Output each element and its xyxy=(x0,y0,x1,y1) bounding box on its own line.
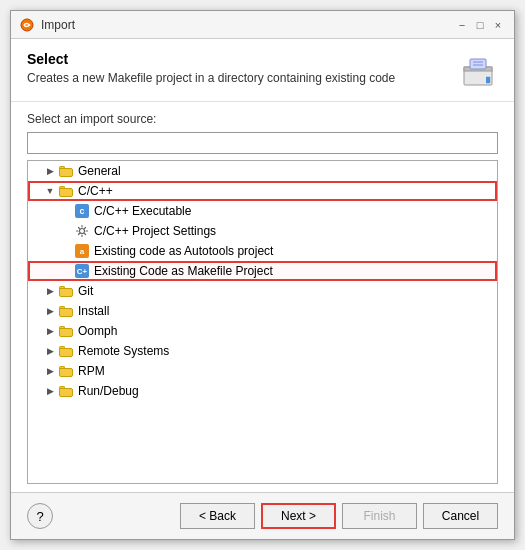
tree-item-run-debug[interactable]: ▶ Run/Debug xyxy=(28,381,497,401)
tree-label-cpp-makefile: Existing Code as Makefile Project xyxy=(94,264,273,278)
tree-label-git: Git xyxy=(78,284,93,298)
tree-label-cpp-autotools: Existing code as Autotools project xyxy=(94,244,273,258)
folder-icon-git xyxy=(58,283,74,299)
header-description: Creates a new Makefile project in a dire… xyxy=(27,71,395,85)
folder-icon-cpp xyxy=(58,183,74,199)
folder-icon-oomph xyxy=(58,323,74,339)
expand-arrow-git: ▶ xyxy=(44,285,56,297)
cancel-button[interactable]: Cancel xyxy=(423,503,498,529)
help-button[interactable]: ? xyxy=(27,503,53,529)
tree-item-rpm[interactable]: ▶ RPM xyxy=(28,361,497,381)
source-label: Select an import source: xyxy=(27,112,498,126)
tree-item-git[interactable]: ▶ Git xyxy=(28,281,497,301)
window-controls: − □ × xyxy=(454,17,506,33)
window-icon xyxy=(19,17,35,33)
next-button[interactable]: Next > xyxy=(261,503,336,529)
content-section: Select an import source: ▶ General ▼ C/C… xyxy=(11,102,514,492)
tree-label-run-debug: Run/Debug xyxy=(78,384,139,398)
import-window: Import − □ × Select Creates a new Makefi… xyxy=(10,10,515,540)
tree-label-oomph: Oomph xyxy=(78,324,117,338)
tree-item-cpp-project-settings[interactable]: ▶ C/C++ Project Settings xyxy=(28,221,497,241)
folder-icon-install xyxy=(58,303,74,319)
header-title: Select xyxy=(27,51,395,67)
expand-arrow-oomph: ▶ xyxy=(44,325,56,337)
expand-arrow-rpm: ▶ xyxy=(44,365,56,377)
footer-section: ? < Back Next > Finish Cancel xyxy=(11,492,514,539)
tree-label-cpp: C/C++ xyxy=(78,184,113,198)
tree-container[interactable]: ▶ General ▼ C/C++ ▶ c C/C++ Ex xyxy=(27,160,498,484)
back-button[interactable]: < Back xyxy=(180,503,255,529)
tree-label-remote-systems: Remote Systems xyxy=(78,344,169,358)
gear-icon-settings xyxy=(74,223,90,239)
folder-icon-rpm xyxy=(58,363,74,379)
close-button[interactable]: × xyxy=(490,17,506,33)
header-icon xyxy=(458,51,498,91)
expand-arrow-cpp: ▼ xyxy=(44,185,56,197)
expand-arrow-run-debug: ▶ xyxy=(44,385,56,397)
tree-item-general[interactable]: ▶ General xyxy=(28,161,497,181)
minimize-button[interactable]: − xyxy=(454,17,470,33)
svg-rect-3 xyxy=(470,59,486,69)
expand-arrow-install: ▶ xyxy=(44,305,56,317)
finish-button[interactable]: Finish xyxy=(342,503,417,529)
tree-label-rpm: RPM xyxy=(78,364,105,378)
search-input[interactable] xyxy=(27,132,498,154)
folder-icon-run-debug xyxy=(58,383,74,399)
tree-item-cpp-makefile[interactable]: ▶ C+ Existing Code as Makefile Project xyxy=(28,261,497,281)
tree-item-remote-systems[interactable]: ▶ Remote Systems xyxy=(28,341,497,361)
tree-item-cpp-executable[interactable]: ▶ c C/C++ Executable xyxy=(28,201,497,221)
svg-point-6 xyxy=(80,229,85,234)
header-section: Select Creates a new Makefile project in… xyxy=(11,39,514,102)
footer-right-buttons: < Back Next > Finish Cancel xyxy=(180,503,498,529)
tree-label-install: Install xyxy=(78,304,109,318)
footer-buttons: ? < Back Next > Finish Cancel xyxy=(27,503,498,529)
c-icon-executable: c xyxy=(74,203,90,219)
tree-item-cpp[interactable]: ▼ C/C++ xyxy=(28,181,497,201)
svg-point-0 xyxy=(21,19,33,31)
expand-arrow-remote-systems: ▶ xyxy=(44,345,56,357)
folder-icon-general xyxy=(58,163,74,179)
tree-label-cpp-executable: C/C++ Executable xyxy=(94,204,191,218)
title-bar: Import − □ × xyxy=(11,11,514,39)
window-title: Import xyxy=(41,18,454,32)
tree-label-cpp-settings: C/C++ Project Settings xyxy=(94,224,216,238)
autotools-icon: a xyxy=(74,243,90,259)
tree-label-general: General xyxy=(78,164,121,178)
tree-item-cpp-autotools[interactable]: ▶ a Existing code as Autotools project xyxy=(28,241,497,261)
maximize-button[interactable]: □ xyxy=(472,17,488,33)
tree-item-install[interactable]: ▶ Install xyxy=(28,301,497,321)
folder-icon-remote-systems xyxy=(58,343,74,359)
expand-arrow-general: ▶ xyxy=(44,165,56,177)
makefile-icon: C+ xyxy=(74,263,90,279)
tree-item-oomph[interactable]: ▶ Oomph xyxy=(28,321,497,341)
